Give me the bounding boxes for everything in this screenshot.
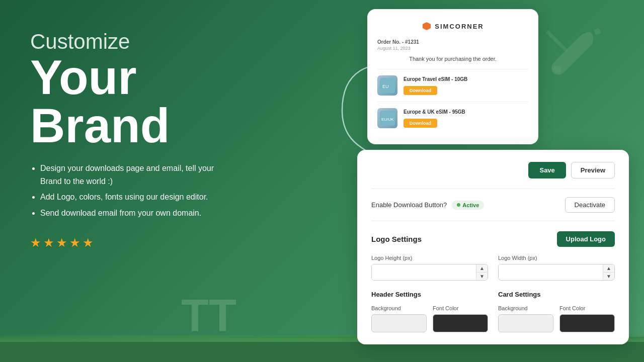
- logo-height-group: Logo Height (px) 64px ▲ ▼: [371, 255, 488, 281]
- preview-button[interactable]: Preview: [571, 162, 615, 178]
- logo-width-input[interactable]: 128px: [499, 264, 603, 280]
- order-date: August 11, 2023: [377, 46, 528, 51]
- logo-height-down[interactable]: ▼: [476, 273, 488, 280]
- download-btn-2[interactable]: Download: [404, 119, 437, 128]
- bullet-item-2: Add Logo, colors, fonts using our design…: [40, 191, 231, 204]
- upload-logo-button[interactable]: Upload Logo: [557, 231, 615, 247]
- bottom-settings: Header Settings Background Font Color Ca…: [371, 291, 615, 332]
- logo-width-label: Logo Width (px): [498, 255, 615, 261]
- logo-height-up[interactable]: ▲: [476, 264, 488, 273]
- settings-panel: Save Preview Enable Download Button? Act…: [357, 150, 629, 344]
- panel-header: Save Preview: [371, 162, 615, 178]
- svg-point-0: [553, 65, 561, 73]
- star-5: ★: [83, 236, 94, 250]
- card-bg-label: Background: [498, 305, 553, 311]
- simcorner-logo-icon: [422, 21, 432, 31]
- deactivate-button[interactable]: Deactivate: [565, 197, 615, 213]
- logo-height-spinner[interactable]: 64px ▲ ▼: [371, 264, 488, 281]
- header-bg-input[interactable]: [371, 314, 427, 332]
- card-font-group: Font Color: [559, 305, 615, 332]
- header-font-label: Font Color: [433, 305, 488, 311]
- product-thumb-2: EU/UK: [377, 108, 397, 128]
- star-2: ★: [43, 236, 54, 250]
- star-3: ★: [56, 236, 67, 250]
- thank-you-message: Thank you for purchasing the order.: [377, 56, 528, 62]
- star-rating: ★ ★ ★ ★ ★: [30, 236, 292, 250]
- header-bg-group: Background: [371, 305, 427, 332]
- card-font-label: Font Color: [559, 305, 615, 311]
- bullet-item-1: Design your downloads page and email, te…: [40, 162, 231, 188]
- enable-section: Enable Download Button? Active Deactivat…: [371, 189, 615, 221]
- logo-height-label: Logo Height (px): [371, 255, 488, 261]
- logo-width-up[interactable]: ▲: [603, 264, 614, 273]
- enable-label: Enable Download Button? Active: [371, 201, 484, 210]
- product-name-2: Europe & UK eSIM - 95GB: [404, 109, 528, 115]
- star-4: ★: [69, 236, 80, 250]
- header-settings-col: Header Settings Background Font Color: [371, 291, 488, 332]
- card-color-row: Background Font Color: [498, 305, 615, 332]
- product-item-2: EU/UK Europe & UK eSIM - 95GB Download: [377, 102, 528, 134]
- header-font-group: Font Color: [433, 305, 488, 332]
- card-bg-group: Background: [498, 305, 553, 332]
- order-number: Order No. - #1231: [377, 39, 528, 45]
- svg-text:EU: EU: [382, 84, 389, 89]
- header-color-row: Background Font Color: [371, 305, 488, 332]
- wrench-decor-icon: [543, 25, 604, 85]
- logo-width-group: Logo Width (px) 128px ▲ ▼: [498, 255, 615, 281]
- logo-height-input[interactable]: 64px: [372, 264, 476, 280]
- card-settings-col: Card Settings Background Font Color: [498, 291, 615, 332]
- logo-width-spinner-buttons: ▲ ▼: [603, 264, 614, 280]
- left-section: Customize Your Brand Design your downloa…: [30, 30, 292, 258]
- header-settings-title: Header Settings: [371, 291, 488, 298]
- logo-width-spinner[interactable]: 128px ▲ ▼: [498, 264, 615, 281]
- product-item-1: EU Europe Travel eSIM - 10GB Download: [377, 69, 528, 102]
- card-settings-title: Card Settings: [498, 291, 615, 298]
- logo-dimensions-row: Logo Height (px) 64px ▲ ▼ Logo Width (px…: [371, 255, 615, 281]
- email-preview-card: SIMCORNER Order No. - #1231 August 11, 2…: [367, 9, 538, 144]
- logo-settings-title: Logo Settings: [371, 235, 422, 243]
- logo-settings-section: Logo Settings Upload Logo Logo Height (p…: [371, 231, 615, 281]
- save-button[interactable]: Save: [528, 162, 566, 178]
- product-info-2: Europe & UK eSIM - 95GB Download: [404, 109, 528, 128]
- svg-marker-1: [423, 22, 431, 30]
- logo-height-spinner-buttons: ▲ ▼: [476, 264, 488, 280]
- download-btn-1[interactable]: Download: [404, 86, 437, 95]
- logo-width-down[interactable]: ▼: [603, 273, 614, 280]
- header-bg-label: Background: [371, 305, 427, 311]
- product-info-1: Europe Travel eSIM - 10GB Download: [404, 76, 528, 95]
- svg-text:EU/UK: EU/UK: [381, 117, 394, 122]
- your-brand-label: Your Brand: [30, 53, 292, 150]
- simcorner-name: SIMCORNER: [435, 23, 484, 30]
- card-bg-input[interactable]: [498, 314, 553, 332]
- logo-section-header: Logo Settings Upload Logo: [371, 231, 615, 247]
- product-name-1: Europe Travel eSIM - 10GB: [404, 76, 528, 82]
- product-thumb-1: EU: [377, 75, 397, 96]
- active-badge: Active: [452, 201, 484, 210]
- bullet-item-3: Send download email from your own domain…: [40, 207, 231, 220]
- active-dot: [457, 203, 460, 207]
- star-1: ★: [30, 236, 41, 250]
- feature-list: Design your downloads page and email, te…: [30, 162, 292, 219]
- card-font-input[interactable]: [559, 314, 615, 332]
- simcorner-logo: SIMCORNER: [377, 21, 528, 31]
- header-font-input[interactable]: [433, 314, 488, 332]
